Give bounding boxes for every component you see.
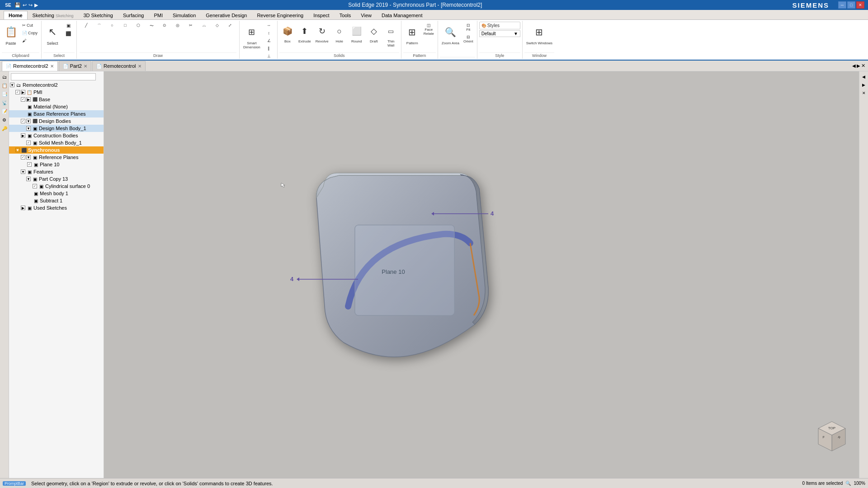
round-button[interactable]: ⬜Round bbox=[349, 22, 365, 45]
rect-button[interactable]: □ bbox=[119, 22, 132, 29]
arc-button[interactable]: ⌒ bbox=[93, 22, 105, 30]
expand-design-mesh-body[interactable]: ▼ bbox=[26, 126, 31, 131]
orient-button[interactable]: ⊟Orient bbox=[462, 33, 475, 45]
tree-item-base[interactable]: ▶ ⬛ Base bbox=[9, 96, 104, 103]
note-icon[interactable]: 🔑 bbox=[1, 125, 8, 132]
tree-item-mesh-body1[interactable]: ▣ Mesh body 1 bbox=[9, 190, 104, 197]
sim-icon[interactable]: ⚙ bbox=[1, 116, 8, 123]
tab-home[interactable]: Home bbox=[4, 11, 28, 19]
close-button[interactable]: ✕ bbox=[856, 1, 864, 9]
cb-plane10[interactable] bbox=[27, 162, 32, 167]
tab-generative-design[interactable]: Generative Design bbox=[201, 11, 252, 19]
style-default-dropdown[interactable]: Default▼ bbox=[479, 30, 520, 37]
hole-button[interactable]: ○Hole bbox=[331, 22, 348, 45]
trim-button[interactable]: ✂ bbox=[184, 22, 197, 29]
dim-btn3[interactable]: ∠ bbox=[263, 37, 275, 44]
line-button[interactable]: ╱ bbox=[80, 22, 92, 29]
tab-pmi[interactable]: PMI bbox=[149, 11, 168, 19]
select-mode1[interactable]: ▣ bbox=[62, 22, 75, 29]
nav-prev-icon[interactable]: ◀ bbox=[860, 73, 868, 80]
feature-tree-icon[interactable]: 📋 bbox=[1, 82, 8, 89]
doc-tab-remotecontrol2[interactable]: 📄 Remotecontrol2 ✕ bbox=[2, 61, 58, 71]
ellipse-button[interactable]: ⬡ bbox=[132, 22, 145, 29]
tree-item-reference-planes[interactable]: ▼ ▣ Reference Planes bbox=[9, 154, 104, 161]
dim-btn5[interactable]: ⊥ bbox=[263, 52, 275, 60]
cb-ref-planes[interactable] bbox=[21, 155, 25, 160]
quick-undo[interactable]: ↩ bbox=[23, 2, 27, 8]
pattern-button[interactable]: ⊞Pattern bbox=[403, 22, 421, 47]
extend-button[interactable]: ⤢ bbox=[224, 22, 236, 29]
tab-reverse-engineering[interactable]: Reverse Engineering bbox=[252, 11, 308, 19]
doc-tab-close-1[interactable]: ✕ bbox=[50, 64, 54, 69]
dim-btn1[interactable]: ↔ bbox=[263, 22, 275, 29]
expand-remotecontrol2[interactable]: ▼ bbox=[10, 83, 14, 87]
cb-pmi[interactable] bbox=[15, 90, 20, 94]
maximize-button[interactable]: □ bbox=[847, 1, 855, 9]
tree-item-design-mesh-body[interactable]: ▼ ▣ Design Mesh Body_1 bbox=[9, 125, 104, 132]
styles-button[interactable]: 🎨Styles bbox=[479, 22, 520, 29]
tab-simulation[interactable]: Simulation bbox=[168, 11, 201, 19]
cb-base[interactable] bbox=[21, 97, 25, 102]
extrude-button[interactable]: ⬆Extrude bbox=[297, 22, 313, 45]
tree-item-remotecontrol2[interactable]: ▼ 🗂 Remotecontrol2 bbox=[9, 81, 104, 89]
doc-tab-close-2[interactable]: ✕ bbox=[84, 64, 87, 69]
nav-next-icon[interactable]: ▶ bbox=[860, 81, 868, 89]
smart-dimension-button[interactable]: ⊞ SmartDimension bbox=[241, 22, 262, 51]
point-button[interactable]: ⊙ bbox=[158, 22, 171, 29]
close-panel-icon[interactable]: ✕ bbox=[860, 89, 868, 97]
paste-button[interactable]: 📋 Paste bbox=[2, 22, 20, 47]
tree-item-features[interactable]: ▼ ▣ Features bbox=[9, 168, 104, 175]
revolve-button[interactable]: ↻Revolve bbox=[314, 22, 330, 45]
expand-base[interactable]: ▶ bbox=[26, 97, 31, 102]
circle-button[interactable]: ○ bbox=[106, 22, 118, 29]
tree-item-used-sketches[interactable]: ▶ ▣ Used Sketches bbox=[9, 204, 104, 211]
select-mode2[interactable]: ⬛ bbox=[62, 30, 75, 38]
layer-icon[interactable]: 📑 bbox=[1, 90, 8, 98]
tab-surfacing[interactable]: Surfacing bbox=[118, 11, 149, 19]
dim-btn2[interactable]: ↕ bbox=[263, 29, 275, 37]
expand-pmi[interactable]: ▶ bbox=[21, 90, 25, 94]
tab-tools[interactable]: Tools bbox=[335, 11, 356, 19]
tab-close-all[interactable]: ✕ bbox=[861, 63, 865, 69]
tree-item-design-bodies[interactable]: ▼ ⬛ Design Bodies bbox=[9, 117, 104, 125]
tab-view[interactable]: View bbox=[356, 11, 377, 19]
fillet-button[interactable]: ⌓ bbox=[198, 22, 210, 29]
expand-synchronous[interactable]: ▼ bbox=[15, 148, 20, 152]
cb-solid-mesh[interactable] bbox=[26, 141, 31, 145]
expand-design-bodies[interactable]: ▼ bbox=[26, 119, 31, 123]
tree-item-base-ref-planes[interactable]: ▣ Base Reference Planes bbox=[9, 110, 104, 117]
quick-save[interactable]: 💾 bbox=[14, 2, 21, 8]
tree-item-construction-bodies[interactable]: ▶ ▣ Construction Bodies bbox=[9, 132, 104, 139]
quick-redo[interactable]: ↪ bbox=[28, 2, 33, 8]
fit-button[interactable]: ⊡Fit bbox=[462, 22, 475, 33]
property-icon[interactable]: 📝 bbox=[1, 108, 8, 115]
tree-item-part-copy13[interactable]: ▼ ▣ Part Copy 13 bbox=[9, 175, 104, 183]
view-cube[interactable]: TOP R F bbox=[814, 419, 850, 455]
minimize-button[interactable]: ─ bbox=[838, 1, 846, 9]
tab-inspect[interactable]: Inspect bbox=[308, 11, 334, 19]
switch-windows-button[interactable]: ⊞Switch Windows bbox=[524, 22, 554, 47]
doc-tab-part2[interactable]: 📄 Part2 ✕ bbox=[59, 61, 91, 71]
tree-item-solid-mesh-body[interactable]: ▣ Solid Mesh Body_1 bbox=[9, 139, 104, 146]
tree-item-synchronous[interactable]: ▼ ⬛ Synchronous bbox=[9, 146, 104, 154]
tab-nav-left[interactable]: ◀ bbox=[852, 63, 856, 68]
pathfinder-icon[interactable]: 🗂 bbox=[1, 73, 8, 80]
select-button[interactable]: ↖ Select bbox=[43, 22, 61, 47]
cb-design-bodies[interactable] bbox=[21, 119, 25, 123]
zoom-in-icon[interactable]: 🔍 bbox=[845, 481, 851, 486]
tree-item-material[interactable]: ▣ Material (None) bbox=[9, 103, 104, 110]
tree-item-subtract1[interactable]: ▣ Subtract 1 bbox=[9, 197, 104, 204]
spline-button[interactable]: 〜 bbox=[145, 22, 158, 30]
tab-data-management[interactable]: Data Management bbox=[377, 11, 428, 19]
offset-button[interactable]: ◎ bbox=[171, 22, 184, 29]
expand-ref-planes[interactable]: ▼ bbox=[26, 155, 31, 160]
doc-tab-close-3[interactable]: ✕ bbox=[138, 64, 142, 69]
tree-item-plane10[interactable]: ▣ Plane 10 bbox=[9, 161, 104, 168]
box-button[interactable]: 📦Box bbox=[279, 22, 296, 45]
viewport-canvas[interactable]: Plane 10 4 4 bbox=[104, 71, 859, 478]
tree-search-input[interactable] bbox=[11, 73, 96, 80]
draft-button[interactable]: ◇Draft bbox=[366, 22, 382, 45]
tab-nav-right[interactable]: ▶ bbox=[857, 63, 860, 68]
face-relate-btn[interactable]: ◫FaceRelate bbox=[422, 22, 436, 37]
chamfer-button[interactable]: ◇ bbox=[211, 22, 223, 29]
